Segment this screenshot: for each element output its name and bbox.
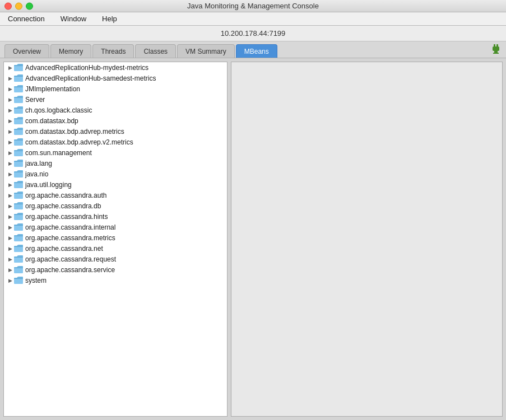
tree-item-label: system	[25, 277, 47, 284]
tree-item-label: Server	[25, 96, 45, 104]
tab-overview[interactable]: Overview	[4, 44, 49, 58]
tree-panel[interactable]: ▶ AdvancedReplicationHub-mydest-metrics▶…	[3, 62, 228, 417]
folder-icon	[14, 170, 23, 178]
tree-arrow-icon: ▶	[6, 128, 14, 136]
tree-item[interactable]: ▶ JMImplementation	[4, 83, 227, 94]
folder-icon	[14, 74, 23, 82]
tree-item-label: org.apache.cassandra.metrics	[25, 234, 115, 242]
menu-bar: Connection Window Help	[0, 12, 506, 26]
close-button[interactable]	[4, 2, 12, 10]
tree-item[interactable]: ▶ org.apache.cassandra.net	[4, 243, 227, 254]
tree-item[interactable]: ▶ com.datastax.bdp.advrep.metrics	[4, 126, 227, 137]
tree-item-label: AdvancedReplicationHub-mydest-metrics	[25, 64, 148, 72]
detail-panel	[231, 62, 503, 417]
tree-arrow-icon: ▶	[6, 117, 14, 125]
tree-arrow-icon: ▶	[6, 181, 14, 189]
tree-arrow-icon: ▶	[6, 85, 14, 93]
tree-item-label: com.sun.management	[25, 149, 92, 157]
tree-arrow-icon: ▶	[6, 74, 14, 82]
svg-rect-4	[493, 53, 499, 54]
tree-item[interactable]: ▶ AdvancedReplicationHub-mydest-metrics	[4, 62, 227, 73]
tree-arrow-icon: ▶	[6, 64, 14, 72]
tree-arrow-icon: ▶	[6, 160, 14, 167]
folder-icon	[14, 255, 23, 263]
tree-item[interactable]: ▶ org.apache.cassandra.auth	[4, 190, 227, 200]
tree-item[interactable]: ▶ java.nio	[4, 169, 227, 179]
tree-arrow-icon: ▶	[6, 277, 14, 284]
folder-icon	[14, 160, 23, 167]
tree-item[interactable]: ▶ org.apache.cassandra.internal	[4, 222, 227, 232]
tree-arrow-icon: ▶	[6, 138, 14, 146]
svg-rect-3	[494, 51, 498, 53]
tab-threads[interactable]: Threads	[92, 44, 134, 58]
tree-item-label: org.apache.cassandra.net	[25, 245, 103, 253]
tab-memory[interactable]: Memory	[50, 44, 91, 58]
tab-vm-summary[interactable]: VM Summary	[177, 44, 235, 58]
folder-icon	[14, 213, 23, 220]
tree-item-label: org.apache.cassandra.auth	[25, 192, 106, 199]
traffic-lights	[4, 2, 33, 10]
tree-arrow-icon: ▶	[6, 192, 14, 199]
folder-icon	[14, 117, 23, 124]
folder-icon	[14, 138, 23, 146]
maximize-button[interactable]	[26, 2, 33, 10]
tree-item[interactable]: ▶ com.datastax.bdp.advrep.v2.metrics	[4, 137, 227, 147]
tree-arrow-icon: ▶	[6, 106, 14, 114]
tree-item-label: com.datastax.bdp	[25, 117, 78, 125]
tree-item-label: org.apache.cassandra.service	[25, 266, 115, 274]
tree-item[interactable]: ▶ java.lang	[4, 158, 227, 169]
folder-icon	[14, 277, 23, 284]
tree-item-label: ch.qos.logback.classic	[25, 106, 92, 114]
tree-item[interactable]: ▶ org.apache.cassandra.hints	[4, 211, 227, 222]
tree-item-label: AdvancedReplicationHub-samedest-metrics	[25, 74, 156, 82]
tree-item-label: java.nio	[25, 170, 48, 178]
tree-arrow-icon: ▶	[6, 266, 14, 274]
plugin-icon[interactable]	[489, 43, 502, 55]
folder-icon	[14, 181, 23, 188]
tree-item-label: com.datastax.bdp.advrep.v2.metrics	[25, 138, 133, 146]
tree-arrow-icon: ▶	[6, 96, 14, 104]
tree-item[interactable]: ▶ java.util.logging	[4, 179, 227, 190]
tree-item-label: org.apache.cassandra.hints	[25, 213, 108, 221]
tree-item[interactable]: ▶ org.apache.cassandra.service	[4, 264, 227, 275]
folder-icon	[14, 234, 23, 241]
tree-arrow-icon: ▶	[6, 202, 14, 210]
tree-item[interactable]: ▶ ch.qos.logback.classic	[4, 105, 227, 115]
tree-item[interactable]: ▶ com.sun.management	[4, 147, 227, 158]
address-bar: 10.200.178.44:7199	[0, 26, 506, 41]
tree-arrow-icon: ▶	[6, 234, 14, 242]
folder-icon	[14, 128, 23, 135]
folder-icon	[14, 245, 23, 252]
tree-item[interactable]: ▶ Server	[4, 94, 227, 105]
tree-item[interactable]: ▶ AdvancedReplicationHub-samedest-metric…	[4, 73, 227, 83]
tree-item[interactable]: ▶ system	[4, 275, 227, 286]
minimize-button[interactable]	[15, 2, 22, 10]
menu-window[interactable]: Window	[57, 13, 90, 24]
tree-item-label: org.apache.cassandra.db	[25, 202, 101, 210]
tree-item[interactable]: ▶ org.apache.cassandra.metrics	[4, 232, 227, 243]
tree-item[interactable]: ▶ org.apache.cassandra.db	[4, 200, 227, 211]
tree-item[interactable]: ▶ com.datastax.bdp	[4, 115, 227, 126]
main-content: ▶ AdvancedReplicationHub-mydest-metrics▶…	[0, 58, 506, 420]
tree-arrow-icon: ▶	[6, 255, 14, 263]
tab-classes[interactable]: Classes	[135, 44, 176, 58]
folder-icon	[14, 223, 23, 231]
folder-icon	[14, 106, 23, 114]
tree-item-label: com.datastax.bdp.advrep.metrics	[25, 128, 124, 136]
title-bar: Java Monitoring & Management Console	[0, 0, 506, 12]
tab-bar: Overview Memory Threads Classes VM Summa…	[0, 41, 506, 58]
main-window: Java Monitoring & Management Console Con…	[0, 0, 506, 420]
folder-icon	[14, 149, 23, 156]
tree-item[interactable]: ▶ org.apache.cassandra.request	[4, 254, 227, 264]
tab-mbeans[interactable]: MBeans	[236, 44, 277, 58]
tree-arrow-icon: ▶	[6, 170, 14, 178]
window-title: Java Monitoring & Management Console	[187, 2, 319, 10]
tree-item-label: java.util.logging	[25, 181, 72, 189]
folder-icon	[14, 96, 23, 103]
folder-icon	[14, 64, 23, 71]
tree-arrow-icon: ▶	[6, 245, 14, 253]
menu-help[interactable]: Help	[99, 13, 120, 24]
menu-connection[interactable]: Connection	[4, 13, 48, 24]
tree-item-label: org.apache.cassandra.internal	[25, 223, 115, 231]
address-text: 10.200.178.44:7199	[221, 29, 286, 38]
